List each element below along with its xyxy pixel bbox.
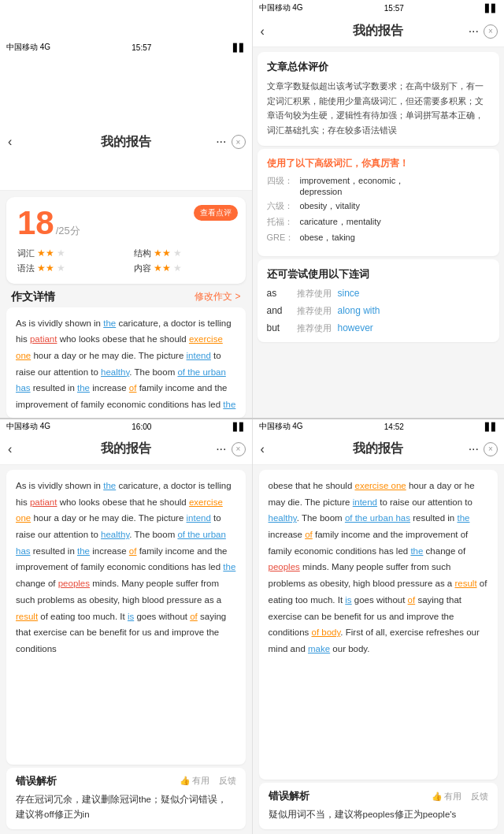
overall-title: 文章总体评价	[267, 60, 491, 74]
vocab-words-6: obesity，vitality	[300, 200, 360, 212]
signal-icons-bl: ▋▋	[233, 423, 246, 431]
back-btn-bl[interactable]: ‹	[8, 442, 12, 456]
vocab-item-4: 四级： improvement，economic，depression	[267, 175, 491, 196]
score-number: 18	[17, 207, 54, 240]
error-title-br: 错误解析	[269, 789, 309, 803]
connector-alt-as: since	[338, 288, 360, 299]
metric-grammar: 语法 ★★★	[17, 262, 118, 274]
modify-essay-link[interactable]: 修改作文 >	[195, 290, 240, 303]
error-content-br: 疑似用词不当，建议将peoples修正为people's	[269, 807, 489, 823]
connector-item-and: and 推荐使用 along with	[267, 305, 491, 317]
carrier-left: 中国移动 4G	[6, 42, 50, 53]
metric-vocab: 词汇 ★★★	[17, 248, 118, 259]
error-content-bl: 存在冠词冗余，建议删除冠词the；疑似介词错误，建议将off修正为in	[16, 792, 236, 823]
more-btn-left[interactable]: ···	[216, 135, 226, 149]
connector-word-as: as	[267, 288, 291, 299]
more-btn-right[interactable]: ···	[469, 24, 479, 39]
time-bl: 16:00	[132, 423, 151, 431]
connector-item-as: as 推荐使用 since	[267, 288, 491, 300]
essay-content-bl: As is vividly shown in the caricature, a…	[16, 478, 236, 657]
connector-alt-but: however	[338, 322, 373, 333]
helpful-btn-br[interactable]: 👍 有用	[432, 791, 461, 802]
carrier-bl: 中国移动 4G	[6, 421, 50, 432]
vocab-item-6: 六级： obesity，vitality	[267, 200, 491, 212]
carrier-right: 中国移动 4G	[259, 2, 303, 13]
signal-icons-right: ▋▋	[485, 4, 498, 13]
nav-title-left: 我的报告	[101, 134, 151, 151]
vocab-level-6: 六级：	[267, 200, 295, 212]
more-btn-bl[interactable]: ···	[216, 442, 226, 456]
close-btn-br[interactable]: ×	[484, 442, 498, 456]
thumb-up-icon-br: 👍	[432, 791, 443, 802]
connector-suggest-but: 推荐使用	[297, 322, 332, 334]
more-btn-br[interactable]: ···	[469, 442, 479, 456]
essay-content-left: As is vividly shown in the caricature, a…	[16, 315, 236, 418]
vocab-item-toefl: 托福： caricature，mentality	[267, 216, 491, 228]
thumb-up-icon-bl: 👍	[180, 776, 191, 786]
vocab-words-4: improvement，economic，depression	[300, 175, 405, 196]
carrier-br: 中国移动 4G	[259, 421, 303, 432]
close-btn-right[interactable]: ×	[484, 24, 498, 39]
check-review-btn[interactable]: 查看点评	[194, 205, 238, 221]
feedback-btn-bl[interactable]: 反馈	[219, 775, 236, 787]
vocab-title: 使用了以下高级词汇，你真厉害！	[267, 157, 491, 170]
vocab-level-toefl: 托福：	[267, 216, 295, 228]
metric-structure: 结构 ★★★	[134, 248, 235, 259]
connector-title: 还可尝试使用以下连词	[267, 267, 491, 281]
connector-word-but: but	[267, 322, 291, 333]
nav-title-right: 我的报告	[353, 23, 403, 39]
connector-suggest-and: 推荐使用	[297, 305, 332, 317]
signal-icons-br: ▋▋	[485, 423, 498, 431]
vocab-words-gre: obese，taking	[300, 232, 355, 244]
connector-list: as 推荐使用 since and 推荐使用 along with but 推荐…	[267, 288, 491, 334]
back-btn-right[interactable]: ‹	[261, 24, 265, 39]
close-btn-left[interactable]: ×	[232, 135, 246, 149]
vocab-level-4: 四级：	[267, 175, 295, 187]
vocab-level-gre: GRE：	[267, 232, 295, 244]
score-denominator: /25分	[56, 224, 80, 238]
time-br: 14:52	[384, 423, 404, 431]
connector-suggest-as: 推荐使用	[297, 288, 332, 300]
helpful-btn-bl[interactable]: 👍 有用	[180, 775, 209, 787]
feedback-btn-br[interactable]: 反馈	[471, 791, 488, 802]
signal-icons-left: ▋▋	[233, 43, 246, 52]
vocab-words-toefl: caricature，mentality	[300, 216, 381, 228]
connector-item-but: but 推荐使用 however	[267, 322, 491, 334]
vocab-item-gre: GRE： obese，taking	[267, 232, 491, 244]
essay-content-br: obese that he should exercise one hour a…	[269, 478, 489, 657]
back-btn-left[interactable]: ‹	[8, 135, 12, 149]
essay-section-title: 作文详情	[11, 290, 55, 304]
connector-word-and: and	[267, 305, 291, 316]
nav-title-bl: 我的报告	[101, 441, 151, 457]
time-right: 15:57	[384, 4, 404, 13]
nav-title-br: 我的报告	[353, 441, 403, 457]
back-btn-br[interactable]: ‹	[261, 442, 265, 456]
error-title-bl: 错误解析	[16, 774, 57, 788]
time-left: 15:57	[132, 43, 151, 52]
metric-content: 内容 ★★★	[134, 262, 235, 274]
overall-review-text: 文章字数疑似超出该考试字数要求；在高中级别下，有一定词汇积累，能使用少量高级词汇…	[267, 79, 491, 138]
connector-alt-and: along with	[338, 305, 380, 316]
close-btn-bl[interactable]: ×	[232, 442, 246, 456]
vocab-list: 四级： improvement，economic，depression 六级： …	[267, 175, 491, 244]
